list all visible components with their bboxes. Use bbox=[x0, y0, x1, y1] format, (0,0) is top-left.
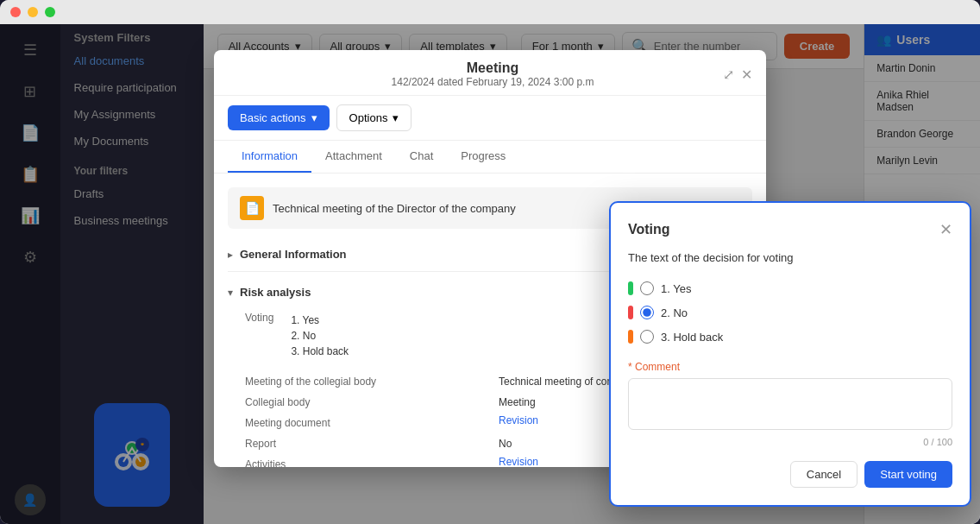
vote-option-no[interactable]: 2. No bbox=[628, 300, 952, 325]
collegial-body-label: Collegial body bbox=[245, 394, 499, 411]
close-traffic-light[interactable] bbox=[10, 7, 21, 17]
vote-label-no: 2. No bbox=[661, 306, 688, 319]
expand-modal-button[interactable]: ⤢ bbox=[723, 66, 734, 83]
report-label: Report bbox=[245, 435, 499, 452]
vote-radio-no[interactable] bbox=[640, 306, 654, 319]
vote-option-yes[interactable]: 1. Yes bbox=[628, 276, 952, 300]
start-voting-button[interactable]: Start voting bbox=[864, 461, 952, 488]
modal-titlebar: Meeting 142/2024 dated February 19, 2024… bbox=[214, 50, 766, 96]
tab-attachment[interactable]: Attachment bbox=[311, 141, 396, 173]
modal-toolbar: Basic actions ▾ Options ▾ bbox=[214, 96, 766, 141]
general-info-label: General Information bbox=[240, 248, 347, 261]
voting-field-label: Voting bbox=[245, 309, 273, 363]
activities-label: Activities bbox=[245, 456, 499, 467]
vote-option-holdback[interactable]: 3. Hold back bbox=[628, 325, 952, 349]
voting-option-2: 2. No bbox=[291, 328, 349, 344]
doc-icon: 📄 bbox=[240, 196, 264, 220]
meeting-collegial-label: Meeting of the collegial body bbox=[245, 373, 499, 390]
voting-options: 1. Yes 2. No 3. Hold back bbox=[291, 309, 349, 363]
vote-label-yes: 1. Yes bbox=[661, 282, 691, 295]
close-modal-button[interactable]: ✕ bbox=[741, 66, 752, 83]
comment-label: * Comment bbox=[628, 361, 952, 373]
vote-radio-yes[interactable] bbox=[640, 281, 654, 295]
modal-subtitle: 142/2024 dated February 19, 2024 3:00 p.… bbox=[262, 76, 723, 88]
basic-actions-dropdown[interactable]: Basic actions ▾ bbox=[228, 105, 330, 130]
doc-title-text: Technical meeting of the Director of the… bbox=[273, 202, 516, 215]
app-window: ☰ ⊞ 📄 📋 📊 ⚙ 👤 System Filters All documen… bbox=[0, 0, 980, 524]
risk-analysis-label: Risk analysis bbox=[240, 286, 311, 299]
cancel-button[interactable]: Cancel bbox=[790, 461, 858, 488]
tab-information[interactable]: Information bbox=[228, 141, 311, 173]
comment-textarea[interactable] bbox=[628, 378, 952, 430]
modal-title: Meeting bbox=[262, 60, 723, 76]
general-info-arrow-icon: ▸ bbox=[228, 249, 233, 261]
voting-option-3: 3. Hold back bbox=[291, 344, 349, 359]
vote-color-no bbox=[628, 306, 633, 319]
comment-section: * Comment 0 / 100 bbox=[628, 361, 952, 447]
voting-modal-header: Voting ✕ bbox=[628, 220, 952, 239]
risk-analysis-arrow-icon: ▾ bbox=[228, 287, 233, 299]
voting-modal-title: Voting bbox=[628, 222, 670, 237]
voting-close-button[interactable]: ✕ bbox=[939, 220, 952, 239]
vote-color-holdback bbox=[628, 330, 633, 344]
vote-label-holdback: 3. Hold back bbox=[661, 331, 723, 344]
voting-question: The text of the decision for voting bbox=[628, 251, 952, 264]
vote-color-yes bbox=[628, 281, 633, 295]
titlebar bbox=[0, 0, 980, 24]
modal-overlay: Meeting 142/2024 dated February 19, 2024… bbox=[0, 24, 980, 524]
modal-action-buttons: ⤢ ✕ bbox=[723, 66, 752, 83]
voting-footer: Cancel Start voting bbox=[628, 461, 952, 488]
vote-radio-holdback[interactable] bbox=[640, 330, 654, 344]
voting-option-1: 1. Yes bbox=[291, 313, 349, 328]
comment-counter: 0 / 100 bbox=[628, 437, 952, 447]
options-dropdown[interactable]: Options ▾ bbox=[336, 104, 412, 131]
fullscreen-traffic-light[interactable] bbox=[45, 7, 55, 17]
voting-modal: Voting ✕ The text of the decision for vo… bbox=[609, 201, 971, 507]
modal-title-area: Meeting 142/2024 dated February 19, 2024… bbox=[262, 60, 723, 88]
tab-progress[interactable]: Progress bbox=[447, 141, 519, 173]
minimize-traffic-light[interactable] bbox=[28, 7, 38, 17]
tab-chat[interactable]: Chat bbox=[396, 141, 447, 173]
meeting-document-label: Meeting document bbox=[245, 414, 499, 432]
modal-tabs: Information Attachment Chat Progress bbox=[214, 141, 766, 174]
